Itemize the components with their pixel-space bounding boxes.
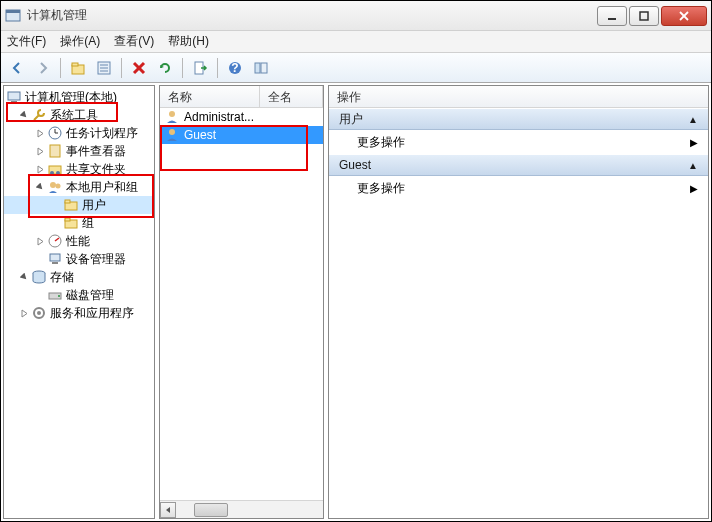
- menu-action[interactable]: 操作(A): [60, 33, 100, 50]
- expand-icon[interactable]: [34, 145, 46, 157]
- tree-label: 系统工具: [50, 107, 98, 124]
- list-body[interactable]: Administrat... Guest: [160, 108, 323, 500]
- storage-icon: [31, 269, 47, 285]
- tree-system-tools[interactable]: 系统工具: [4, 106, 154, 124]
- disk-icon: [47, 287, 63, 303]
- folder-icon: [63, 215, 79, 231]
- svg-rect-1: [6, 10, 20, 13]
- main-area: 计算机管理(本地) 系统工具 任务计划程序 事件查看器: [1, 83, 711, 521]
- section-title: 用户: [339, 111, 688, 128]
- menu-view[interactable]: 查看(V): [114, 33, 154, 50]
- actions-panel: 操作 用户 ▲ 更多操作 ▶ Guest ▲ 更多操作 ▶: [328, 85, 709, 519]
- tree-disk-management[interactable]: 磁盘管理: [4, 286, 154, 304]
- svg-point-42: [37, 311, 41, 315]
- svg-rect-36: [50, 254, 60, 261]
- tree-root[interactable]: 计算机管理(本地): [4, 88, 154, 106]
- window-title: 计算机管理: [27, 7, 597, 24]
- toolbar: ?: [1, 53, 711, 83]
- list-cell: Administrat...: [184, 110, 254, 124]
- tree-label: 磁盘管理: [66, 287, 114, 304]
- collapse-up-icon: ▲: [688, 114, 698, 125]
- user-icon: [164, 127, 180, 143]
- maximize-button[interactable]: [629, 6, 659, 26]
- minimize-button[interactable]: [597, 6, 627, 26]
- expand-icon[interactable]: [18, 307, 30, 319]
- expand-icon[interactable]: [34, 127, 46, 139]
- tree-label: 事件查看器: [66, 143, 126, 160]
- expand-icon[interactable]: [34, 235, 46, 247]
- list-panel: 名称 全名 Administrat... Guest: [159, 85, 324, 519]
- collapse-icon[interactable]: [18, 271, 30, 283]
- expand-icon[interactable]: [34, 163, 46, 175]
- svg-rect-3: [640, 12, 648, 20]
- computer-icon: [6, 89, 22, 105]
- list-header: 名称 全名: [160, 86, 323, 108]
- tree-label: 共享文件夹: [66, 161, 126, 178]
- title-bar: 计算机管理: [1, 1, 711, 31]
- menu-file[interactable]: 文件(F): [7, 33, 46, 50]
- svg-rect-7: [72, 63, 78, 66]
- scroll-left-icon[interactable]: [160, 502, 176, 518]
- actions-header: 操作: [329, 86, 708, 108]
- tree-label: 计算机管理(本地): [25, 89, 117, 106]
- collapse-icon[interactable]: [34, 181, 46, 193]
- tree-label: 用户: [82, 197, 106, 214]
- menu-help[interactable]: 帮助(H): [168, 33, 209, 50]
- svg-rect-17: [255, 63, 260, 73]
- svg-rect-33: [65, 218, 70, 221]
- menu-bar: 文件(F) 操作(A) 查看(V) 帮助(H): [1, 31, 711, 53]
- tree-event-viewer[interactable]: 事件查看器: [4, 142, 154, 160]
- tree-label: 组: [82, 215, 94, 232]
- navigation-tree[interactable]: 计算机管理(本地) 系统工具 任务计划程序 事件查看器: [4, 86, 154, 518]
- tree-storage[interactable]: 存储: [4, 268, 154, 286]
- list-row-guest[interactable]: Guest: [160, 126, 323, 144]
- tree-device-manager[interactable]: 设备管理器: [4, 250, 154, 268]
- svg-point-44: [169, 129, 175, 135]
- collapse-up-icon: ▲: [688, 160, 698, 171]
- svg-point-40: [58, 295, 60, 297]
- tree-task-scheduler[interactable]: 任务计划程序: [4, 124, 154, 142]
- section-title: Guest: [339, 158, 688, 172]
- actions-more-users[interactable]: 更多操作 ▶: [329, 130, 708, 154]
- tree-performance[interactable]: 性能: [4, 232, 154, 250]
- tree-panel: 计算机管理(本地) 系统工具 任务计划程序 事件查看器: [3, 85, 155, 519]
- tree-groups[interactable]: 组: [4, 214, 154, 232]
- properties-button[interactable]: [92, 56, 116, 80]
- refresh-button[interactable]: [153, 56, 177, 80]
- tree-label: 性能: [66, 233, 90, 250]
- shared-folder-icon: [47, 161, 63, 177]
- back-button[interactable]: [5, 56, 29, 80]
- svg-point-27: [56, 171, 60, 175]
- tree-services-apps[interactable]: 服务和应用程序: [4, 304, 154, 322]
- actions-section-users[interactable]: 用户 ▲: [329, 108, 708, 130]
- collapse-icon[interactable]: [18, 109, 30, 121]
- svg-point-43: [169, 111, 175, 117]
- clock-icon: [47, 125, 63, 141]
- close-button[interactable]: [661, 6, 707, 26]
- show-hide-button[interactable]: [249, 56, 273, 80]
- tree-shared-folders[interactable]: 共享文件夹: [4, 160, 154, 178]
- forward-button[interactable]: [31, 56, 55, 80]
- tree-label: 本地用户和组: [66, 179, 138, 196]
- horizontal-scrollbar[interactable]: [160, 500, 323, 518]
- column-name[interactable]: 名称: [160, 86, 260, 107]
- export-button[interactable]: [188, 56, 212, 80]
- up-button[interactable]: [66, 56, 90, 80]
- tree-label: 存储: [50, 269, 74, 286]
- list-row-administrator[interactable]: Administrat...: [160, 108, 323, 126]
- list-cell: Guest: [184, 128, 216, 142]
- column-fullname[interactable]: 全名: [260, 86, 323, 107]
- svg-point-29: [56, 184, 61, 189]
- actions-section-guest[interactable]: Guest ▲: [329, 154, 708, 176]
- actions-more-guest[interactable]: 更多操作 ▶: [329, 176, 708, 200]
- help-button[interactable]: ?: [223, 56, 247, 80]
- scroll-thumb[interactable]: [194, 503, 228, 517]
- tools-icon: [31, 107, 47, 123]
- services-icon: [31, 305, 47, 321]
- users-group-icon: [47, 179, 63, 195]
- tree-local-users-groups[interactable]: 本地用户和组: [4, 178, 154, 196]
- svg-rect-18: [261, 63, 267, 73]
- delete-button[interactable]: [127, 56, 151, 80]
- tree-users[interactable]: 用户: [4, 196, 154, 214]
- performance-icon: [47, 233, 63, 249]
